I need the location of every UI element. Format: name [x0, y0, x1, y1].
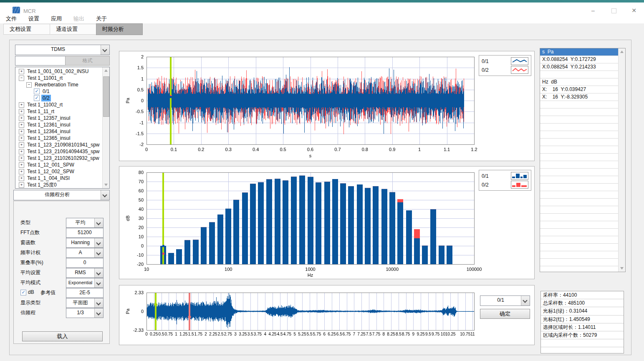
readout-scrollbar[interactable] [618, 48, 625, 272]
readout-row[interactable] [540, 71, 618, 78]
tree-item-label[interactable]: Test 1_1_004_INSI [26, 175, 71, 182]
menu-item-file[interactable]: 文件 [0, 13, 23, 23]
expand-icon[interactable]: + [19, 169, 24, 174]
tree-scrollbar-thumb[interactable] [103, 76, 109, 117]
readout-empty-row[interactable] [540, 154, 618, 161]
tree-row[interactable]: ✓0/1 [15, 88, 102, 95]
chevron-down-icon[interactable] [94, 218, 103, 227]
file-format-select[interactable]: TDMS [15, 45, 110, 55]
tree-item-label[interactable]: Test 1_11001_rt [26, 75, 64, 81]
tree-row[interactable]: +Test 1_25度0 [15, 182, 102, 188]
menu-item-about[interactable]: 关于 [90, 13, 113, 23]
tree-row[interactable]: +Test 1_123_211026102932_spw [15, 155, 102, 162]
tree-row[interactable]: +Test 1_12357_insul [15, 115, 102, 121]
tab-document-settings[interactable]: 文档设置 [3, 24, 50, 35]
expand-icon[interactable]: + [19, 102, 24, 108]
tree-item-label[interactable]: Test 1_12361_insul [26, 121, 71, 128]
tree-item-label[interactable]: Test 1_123_211026102932_spw [26, 155, 101, 162]
expand-icon[interactable]: + [19, 149, 24, 154]
expand-icon[interactable]: + [19, 182, 24, 188]
tree-row[interactable]: ✓0/2 [15, 95, 102, 101]
menu-item-application[interactable]: 应用 [45, 13, 68, 23]
chevron-down-icon[interactable] [94, 268, 103, 278]
readout-empty-row[interactable] [540, 124, 618, 131]
chevron-down-icon[interactable] [94, 298, 103, 308]
readout-empty-row[interactable] [540, 229, 618, 236]
scroll-down-icon[interactable] [104, 184, 108, 186]
readout-empty-row[interactable] [540, 214, 618, 221]
tree-item-label[interactable]: Reverberation Time [33, 81, 80, 88]
chevron-down-icon[interactable] [101, 190, 109, 200]
expand-icon[interactable]: + [19, 109, 24, 114]
expand-icon[interactable]: + [19, 156, 24, 161]
readout-empty-row[interactable] [540, 139, 618, 146]
tree-item-label[interactable]: Test 1_25度0 [26, 182, 58, 188]
menu-item-settings[interactable]: 设置 [23, 13, 45, 23]
cursor-readout-list[interactable]: s PaX:0.088254 Y:0.172729X:0.088254 Y:0.… [540, 48, 626, 272]
readout-empty-row[interactable] [540, 146, 618, 154]
tree-item-label[interactable]: Test 1_11_rt [26, 108, 56, 115]
overview-waveform-canvas[interactable] [119, 285, 533, 344]
expand-icon[interactable]: + [19, 176, 24, 181]
readout-row[interactable]: X:0.088254 Y:0.172729 [540, 56, 618, 63]
octave-spectrum-canvas[interactable] [119, 167, 533, 278]
expand-icon[interactable]: + [19, 122, 24, 128]
tree-row[interactable]: +Test 1_12361_insul [15, 121, 102, 128]
tree-row[interactable]: +Test 1_12364_insul [15, 128, 102, 135]
field-select[interactable]: A [66, 248, 104, 258]
tree-item-label[interactable]: Test 1_12365_insul [26, 135, 71, 141]
tab-time-freq-analysis[interactable]: 时频分析 [96, 23, 143, 35]
tree-row[interactable]: +Test 1_001_001_002_INSU [15, 68, 102, 75]
tree-item-label[interactable]: 0/1 [41, 88, 51, 95]
readout-empty-row[interactable] [540, 184, 618, 191]
tree-row[interactable]: +Test 1_11_rt [15, 108, 102, 115]
analysis-type-select[interactable]: 倍频程分析 [13, 190, 110, 200]
tree-row[interactable]: −Reverberation Time [15, 81, 102, 88]
field-select[interactable]: Hanning [66, 238, 104, 248]
scroll-up-icon[interactable] [620, 50, 624, 53]
reference-value-input[interactable]: 2E-5 [66, 288, 104, 298]
readout-header-row[interactable]: s Pa [540, 48, 618, 56]
tab-channel-settings[interactable]: 通道设置 [50, 24, 96, 35]
chevron-down-icon[interactable] [101, 45, 109, 55]
confirm-button[interactable]: 确定 [480, 309, 530, 319]
scroll-down-icon[interactable] [620, 267, 624, 270]
readout-empty-row[interactable] [540, 259, 618, 266]
tree-item-label[interactable]: Test 1_12364_insul [26, 128, 71, 135]
expand-icon[interactable]: + [19, 142, 24, 148]
readout-empty-row[interactable] [540, 221, 618, 229]
tree-item-label[interactable]: 0/2 [41, 95, 51, 101]
format-button[interactable]: 格式 [65, 56, 110, 66]
chevron-down-icon[interactable] [521, 296, 530, 305]
tree-item-label[interactable]: Test 1_11002_rt [26, 101, 64, 108]
tree-row[interactable]: +Test 1_123_210914094435_spw [15, 148, 102, 155]
tree-scrollbar[interactable] [102, 67, 109, 188]
field-input[interactable]: 0 [66, 258, 104, 268]
tree-item-label[interactable]: Test 1_12357_insul [26, 115, 71, 121]
readout-empty-row[interactable] [540, 266, 618, 272]
readout-row[interactable]: X: 16 Y:-8.329305 [540, 93, 618, 101]
field-select[interactable]: Exponential [66, 278, 104, 288]
chevron-down-icon[interactable] [94, 278, 103, 288]
legend-row[interactable]: 0/1 [482, 57, 528, 66]
db-checkbox[interactable]: ✓ [20, 290, 26, 295]
readout-empty-row[interactable] [540, 191, 618, 199]
readout-empty-row[interactable] [540, 199, 618, 206]
legend-row[interactable]: 0/1 [482, 172, 528, 180]
tree-item-label[interactable]: Test 1_123_210908101941_spw [26, 141, 101, 148]
expand-icon[interactable]: + [19, 162, 24, 168]
expand-icon[interactable]: + [19, 129, 24, 134]
checkbox[interactable]: ✓ [34, 88, 40, 94]
checkbox[interactable]: ✓ [34, 95, 40, 101]
readout-empty-row[interactable] [540, 161, 618, 169]
expand-icon[interactable]: + [19, 136, 24, 141]
readout-row[interactable]: X:0.088254 Y:0.214233 [540, 63, 618, 71]
chevron-down-icon[interactable] [94, 248, 103, 257]
load-button[interactable]: 载入 [22, 331, 103, 341]
collapse-icon[interactable]: − [19, 76, 24, 81]
filter-input[interactable] [15, 56, 67, 66]
chevron-down-icon[interactable] [94, 238, 103, 247]
tree-item-label[interactable]: Test 1_001_001_002_INSU [26, 68, 90, 75]
time-waveform-canvas[interactable] [119, 51, 533, 160]
readout-empty-row[interactable] [540, 244, 618, 251]
